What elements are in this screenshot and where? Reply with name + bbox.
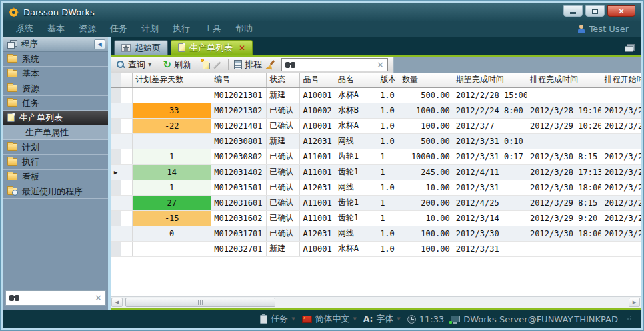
cell-scheduled-start[interactable]: 2012/3/28 17:13 (601, 149, 641, 164)
scroll-left-icon[interactable]: ◀ (111, 298, 123, 307)
cell-scheduled-finish[interactable] (527, 133, 601, 149)
cell-item-no[interactable]: A10001 (300, 87, 335, 103)
row-gutter[interactable] (111, 103, 121, 118)
sidebar-item[interactable]: 计划 (3, 140, 108, 155)
cell-spacer[interactable] (121, 195, 132, 210)
status-font-menu[interactable]: A: 字体 ▼ (363, 313, 401, 325)
cell-scheduled-finish[interactable]: 2012/3/29 9:20 (527, 210, 601, 226)
scrollbar-track[interactable] (124, 298, 627, 307)
cell-scheduled-finish[interactable]: 2012/3/30 8:15 (527, 149, 601, 164)
sidebar-item[interactable]: 看板 (3, 170, 108, 184)
cell-status[interactable]: 已确认 (267, 180, 300, 195)
cell-expected-finish[interactable]: 2012/2/28 15:00 (453, 87, 527, 103)
cell-expected-finish[interactable]: 2012/3/31 0:17 (453, 149, 527, 164)
cell-plan-diff-days[interactable]: -15 (133, 210, 211, 226)
cell-plan-diff-days[interactable] (133, 87, 211, 103)
sidebar-search-box[interactable]: ✕ (5, 290, 106, 306)
cell-scheduled-finish[interactable]: 2012/3/29 10:20 (527, 118, 601, 133)
cell-version[interactable]: 1.0 (377, 226, 399, 241)
table-row[interactable]: -15M012031602已确认A11001齿轮1110.002012/3/14… (111, 210, 641, 226)
cell-order-no[interactable]: M012031602 (211, 210, 267, 226)
close-button[interactable]: ✕ (607, 5, 635, 17)
cell-status[interactable]: 已确认 (267, 226, 300, 241)
cell-version[interactable]: 1.0 (377, 133, 399, 149)
cell-scheduled-finish[interactable]: 2012/3/30 18:00 (527, 226, 601, 241)
cell-expected-finish[interactable]: 2012/2/24 8:00 (453, 103, 527, 118)
status-language-menu[interactable]: 简体中文 ▼ (302, 313, 357, 325)
row-gutter[interactable] (111, 241, 121, 256)
cell-version[interactable]: 1.0 (377, 180, 399, 195)
cell-status[interactable]: 已确认 (267, 103, 300, 118)
table-row[interactable]: M012021301新建A10001水杯A1.0500.002012/2/28 … (111, 87, 641, 103)
cell-quantity[interactable]: 100.00 (399, 118, 453, 133)
cell-scheduled-start[interactable]: 2012/3/28 10:52 (601, 180, 641, 195)
cell-item-no[interactable]: A10001 (300, 241, 335, 256)
cell-plan-diff-days[interactable]: 14 (133, 164, 211, 180)
table-row[interactable]: -22M012021401已确认A10001水杯A1.0100.002012/3… (111, 118, 641, 133)
toolbar-search-clear-icon[interactable]: ✕ (377, 61, 384, 69)
tab-close-icon[interactable]: ✕ (239, 44, 245, 52)
cell-status[interactable]: 已确认 (267, 118, 300, 133)
table-row[interactable]: 27M012031601已确认A11001齿轮11200.002012/4/25… (111, 195, 641, 210)
cell-expected-finish[interactable]: 2012/4/11 (453, 164, 527, 180)
new-document-button[interactable] (203, 61, 210, 69)
row-gutter[interactable] (111, 87, 121, 103)
cell-version[interactable]: 1.0 (377, 241, 399, 256)
row-gutter[interactable] (111, 226, 121, 241)
cell-order-no[interactable]: M012031701 (211, 226, 267, 241)
scroll-right-icon[interactable]: ▶ (629, 298, 640, 307)
user-badge[interactable]: Test User (577, 24, 629, 34)
cell-quantity[interactable]: 10.00 (399, 180, 453, 195)
cell-status[interactable]: 已确认 (267, 195, 300, 210)
cell-status[interactable]: 新建 (267, 133, 300, 149)
sidebar-item[interactable]: 任务 (3, 96, 108, 111)
cell-item-no[interactable]: A11001 (300, 210, 335, 226)
cell-scheduled-finish[interactable]: 2012/3/28 19:10 (527, 103, 601, 118)
menu-item-5[interactable]: 计划 (141, 23, 159, 35)
cell-plan-diff-days[interactable]: 27 (133, 195, 211, 210)
cell-item-name[interactable]: 齿轮1 (335, 149, 377, 164)
tab-production-order-list[interactable]: 生产单列表 ✕ (171, 40, 253, 55)
cell-spacer[interactable] (121, 241, 132, 256)
cell-plan-diff-days[interactable]: -22 (133, 118, 211, 133)
cell-quantity[interactable]: 500.00 (399, 87, 453, 103)
cell-spacer[interactable] (121, 133, 132, 149)
table-row[interactable]: 0M012031701已确认A12031网线1.0100.002012/3/30… (111, 226, 641, 241)
cell-status[interactable]: 新建 (267, 87, 300, 103)
cell-scheduled-start[interactable] (601, 241, 641, 256)
cell-item-name[interactable]: 齿轮1 (335, 164, 377, 180)
table-row[interactable]: 1M012030802已确认A11001齿轮1110000.002012/3/3… (111, 149, 641, 164)
cell-scheduled-finish[interactable]: 2012/3/29 8:15 (527, 195, 601, 210)
query-button[interactable]: 查询 ▼ (116, 59, 151, 71)
sidebar-item[interactable]: 生产单列表 (3, 111, 108, 125)
cell-order-no[interactable]: M012021302 (211, 103, 267, 118)
cell-expected-finish[interactable]: 2012/3/31 (453, 180, 527, 195)
sidebar-item[interactable]: 执行 (3, 155, 108, 170)
cell-scheduled-start[interactable]: 2012/3/28 10:52 (601, 195, 641, 210)
cell-spacer[interactable] (121, 103, 132, 118)
cell-item-no[interactable]: A12031 (300, 133, 335, 149)
cell-scheduled-start[interactable] (601, 133, 641, 149)
cell-item-name[interactable]: 网线 (335, 226, 377, 241)
cell-order-no[interactable]: M012030801 (211, 133, 267, 149)
cell-quantity[interactable]: 10.00 (399, 210, 453, 226)
cell-spacer[interactable] (121, 149, 132, 164)
cell-version[interactable]: 1 (377, 149, 399, 164)
menu-item-2[interactable]: 基本 (47, 23, 65, 35)
cell-order-no[interactable]: M012021301 (211, 87, 267, 103)
cell-spacer[interactable] (121, 118, 132, 133)
schedule-button[interactable]: 排程 (234, 59, 262, 71)
cell-expected-finish[interactable]: 2012/3/14 (453, 210, 527, 226)
sidebar-item[interactable]: 生产单属性 (3, 125, 108, 140)
refresh-button[interactable]: ↻ 刷新 (163, 59, 191, 71)
edit-button[interactable] (213, 60, 223, 69)
cell-plan-diff-days[interactable]: 0 (133, 226, 211, 241)
table-row[interactable]: -33M012021302已确认A10002水杯B1.01000.002012/… (111, 103, 641, 118)
cell-item-no[interactable]: A12031 (300, 180, 335, 195)
cell-spacer[interactable] (121, 210, 132, 226)
toolbar-search-box[interactable]: ✕ (281, 58, 388, 71)
cell-spacer[interactable] (121, 87, 132, 103)
table-row[interactable]: 1M012031501已确认A12031网线1.010.002012/3/312… (111, 180, 641, 195)
cell-item-name[interactable]: 齿轮1 (335, 195, 377, 210)
cell-quantity[interactable]: 245.00 (399, 164, 453, 180)
